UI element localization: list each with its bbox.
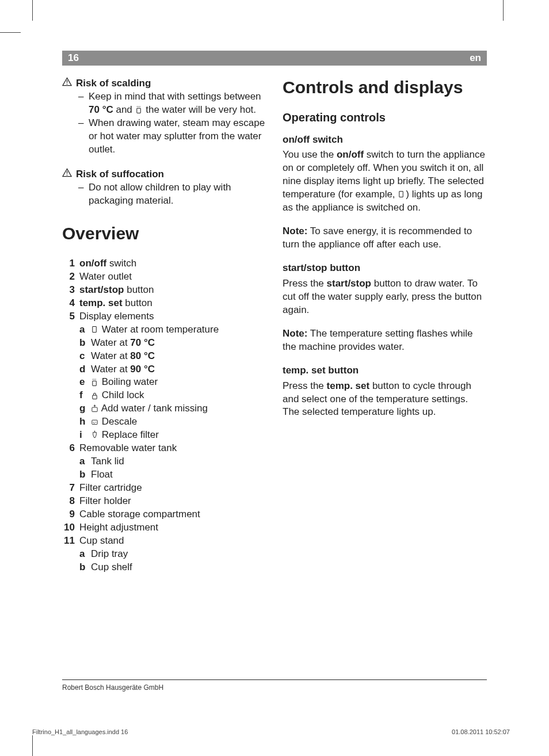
operating-controls-heading: Operating controls: [283, 110, 487, 125]
section-body: Press the start/stop button to draw wate…: [283, 277, 487, 317]
overview-subitem: g Add water / tank missing: [62, 402, 266, 415]
overview-item: 5Display elements: [62, 310, 266, 323]
lock-icon: [91, 390, 99, 403]
section-title: on/off switch: [283, 133, 487, 147]
risk-suffocation-heading: Risk of suffocation: [62, 168, 266, 181]
print-file: Filtrino_H1_all_languages.indd 16: [32, 728, 128, 735]
suffocation-bullets: –Do not allow children to play with pack…: [62, 181, 266, 208]
control-section: start/stop buttonPress the start/stop bu…: [283, 262, 487, 317]
cup-icon: [398, 188, 406, 201]
boiling-icon: [91, 376, 99, 390]
section-body: You use the on/off switch to turn the ap…: [283, 148, 487, 215]
control-section: on/off switchYou use the on/off switch t…: [283, 133, 487, 215]
overview-item: 1on/off switch: [62, 257, 266, 270]
overview-subitem: h Descale: [62, 415, 266, 429]
page-header: 16 en: [62, 51, 487, 66]
overview-subitem: e Boiling water: [62, 376, 266, 389]
overview-item: 9Cable storage compartment: [62, 508, 266, 521]
overview-heading: Overview: [62, 222, 266, 246]
overview-subitem: a Water at room temperature: [62, 323, 266, 337]
section-body: Press the temp. set button to cycle thro…: [283, 380, 487, 419]
print-meta: Filtrino_H1_all_languages.indd 16 01.08.…: [32, 728, 510, 735]
overview-item: 3start/stop button: [62, 284, 266, 297]
overview-item: 10Height adjustment: [62, 521, 266, 534]
descale-icon: [91, 415, 99, 429]
warning-icon: [62, 77, 73, 90]
boiling-icon: [135, 104, 143, 117]
print-datetime: 01.08.2011 10:52:07: [452, 728, 510, 735]
overview-subitem: aTank lid: [62, 455, 266, 468]
bullet-item: –Do not allow children to play with pack…: [78, 181, 266, 208]
risk-scalding-heading: Risk of scalding: [62, 77, 266, 90]
overview-list: 1on/off switch2Water outlet3start/stop b…: [62, 257, 266, 574]
page-number: 16: [68, 52, 79, 64]
overview-subitem: f Child lock: [62, 389, 266, 402]
content-area: Risk of scalding–Keep in mind that with …: [62, 75, 487, 670]
overview-item: 8Filter holder: [62, 495, 266, 508]
language-code: en: [470, 52, 481, 64]
overview-subitem: bCup shelf: [62, 561, 266, 574]
overview-item: 6Removable water tank: [62, 442, 266, 455]
overview-item: 11Cup stand: [62, 534, 266, 548]
section-note: Note: The temperature setting flashes wh…: [283, 327, 487, 354]
section-note: Note: To save energy, it is recommended …: [283, 225, 487, 251]
bullet-item: –Keep in mind that with settings between…: [78, 90, 266, 117]
control-section: temp. set buttonPress the temp. set butt…: [283, 364, 487, 419]
section-title: temp. set button: [283, 364, 487, 377]
warning-icon: [62, 168, 73, 181]
footer: Robert Bosch Hausgeräte GmbH: [62, 679, 487, 692]
controls-heading: Controls and displays: [283, 76, 487, 100]
overview-item: 7Filter cartridge: [62, 482, 266, 495]
footer-company: Robert Bosch Hausgeräte GmbH: [62, 684, 163, 692]
overview-subitem: i Replace filter: [62, 429, 266, 442]
bullet-item: –When drawing water, steam may escape or…: [78, 117, 266, 156]
left-column: Risk of scalding–Keep in mind that with …: [62, 75, 266, 670]
scalding-bullets: –Keep in mind that with settings between…: [62, 90, 266, 156]
overview-subitem: dWater at 90 °C: [62, 363, 266, 376]
overview-item: 4temp. set button: [62, 297, 266, 310]
filter-icon: [91, 429, 99, 442]
cup-icon: [91, 323, 99, 337]
right-column: Controls and displaysOperating controlso…: [283, 75, 487, 670]
overview-subitem: bFloat: [62, 468, 266, 482]
overview-item: 2Water outlet: [62, 270, 266, 284]
section-title: start/stop button: [283, 262, 487, 275]
overview-subitem: bWater at 70 °C: [62, 337, 266, 350]
overview-subitem: aDrip tray: [62, 548, 266, 561]
overview-subitem: cWater at 80 °C: [62, 350, 266, 363]
addwater-icon: [91, 402, 99, 415]
